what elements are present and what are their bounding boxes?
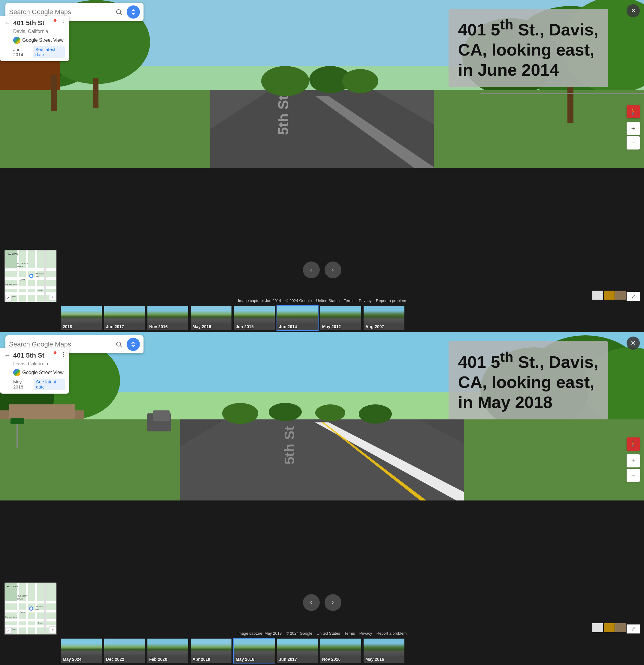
timeline-thumb[interactable]: May 2024	[60, 638, 102, 664]
timeline-thumb-label: Nov 2016	[322, 657, 340, 662]
timeline-thumb[interactable]: Dec 2022	[103, 638, 146, 664]
zoom-out-button-2[interactable]: −	[627, 469, 640, 482]
address-title: 401 5th St	[13, 19, 44, 27]
date-text: Jun 2014	[13, 47, 30, 57]
timeline-thumb[interactable]: May 2016	[363, 638, 405, 664]
search-input-2[interactable]	[9, 340, 113, 348]
location-pin-icon[interactable]: 📍	[52, 19, 58, 25]
timeline-thumb[interactable]: May 2016	[190, 305, 232, 331]
svg-text:Farmers Market: Farmers Market	[5, 283, 18, 285]
timeline-thumb[interactable]: Jun 2015	[233, 305, 275, 331]
zoom-out-button[interactable]: −	[627, 136, 640, 150]
footer-report-1[interactable]: Report a problem	[376, 299, 406, 303]
timeline-thumb[interactable]: May 2012	[320, 305, 362, 331]
view-mode-terrain[interactable]	[615, 291, 626, 300]
directions-button[interactable]	[127, 5, 140, 19]
pegman-button[interactable]: 🚶	[627, 105, 640, 118]
footer-report-2[interactable]: Report a problem	[377, 631, 406, 635]
address-title-2: 401 5th St	[13, 352, 44, 359]
image-capture-text: Image capture: Jun 2014 © 2024 Google Un…	[238, 299, 406, 303]
timeline-thumb[interactable]: May 2018	[233, 638, 275, 664]
svg-rect-30	[5, 286, 57, 289]
timeline-thumb[interactable]: Aug 2007	[363, 305, 405, 331]
timeline-thumb-label: Feb 2020	[149, 657, 167, 662]
search-icon-button-2[interactable]	[113, 339, 124, 350]
timeline-thumb[interactable]: Apr 2019	[190, 638, 232, 664]
mini-map-2[interactable]: TRAL DAVIS OLD NORTH DAVIS OLD EAST Davi…	[4, 583, 57, 635]
view-mode-satellite-2[interactable]	[604, 623, 614, 632]
view-mode-terrain-2[interactable]	[615, 623, 626, 632]
info-panel-header: ← 401 5th St 📍 ⋮	[4, 19, 65, 27]
more-options-icon-2[interactable]: ⋮	[61, 351, 66, 358]
svg-rect-86	[5, 619, 57, 622]
nav-next-button[interactable]: ›	[325, 262, 341, 278]
see-latest-link-2[interactable]: See latest date	[34, 379, 65, 390]
search-input[interactable]	[9, 8, 113, 16]
view-mode-buttons-2: ⤢	[592, 623, 640, 633]
zoom-in-button-2[interactable]: +	[627, 454, 640, 468]
timeline-thumb[interactable]: Jun 2017	[277, 638, 319, 664]
close-button[interactable]: ✕	[627, 4, 640, 17]
view-mode-satellite[interactable]	[604, 291, 614, 300]
more-options-icon[interactable]: ⋮	[61, 19, 66, 25]
svg-text:Davis: Davis	[20, 279, 25, 281]
timeline-thumb[interactable]: Feb 2020	[147, 638, 189, 664]
svg-rect-16	[51, 75, 57, 111]
view-mode-default[interactable]	[592, 291, 603, 300]
location-pin-icon-2[interactable]: 📍	[52, 351, 58, 358]
search-icon-button[interactable]	[113, 6, 124, 17]
back-button-2[interactable]: ←	[4, 352, 11, 359]
svg-text:+: +	[51, 627, 54, 632]
expand-button-2[interactable]: ⤢	[627, 625, 640, 633]
svg-line-26	[120, 14, 122, 15]
see-latest-link[interactable]: See latest date	[33, 46, 65, 58]
svg-rect-17	[93, 78, 98, 108]
street-view-text-2: Google Street View	[22, 370, 64, 375]
timeline-thumb[interactable]: 2018	[60, 305, 102, 331]
date-row-2: May 2018 See latest date	[13, 379, 65, 390]
mini-map[interactable]: TRAL DAVIS OLD NORTH DAVIS OLD EAST Davi…	[4, 250, 57, 302]
svg-rect-84	[5, 601, 57, 604]
timeline-thumb[interactable]: Jun 2014	[277, 305, 319, 331]
nav-prev-button-2[interactable]: ‹	[303, 594, 320, 611]
footer-privacy-2[interactable]: Privacy	[359, 631, 372, 635]
address-subtitle-2: Davis, California	[13, 361, 65, 366]
svg-text:5th St: 5th St	[275, 95, 291, 135]
footer-us-1[interactable]: United States	[316, 299, 340, 303]
svg-text:TRAL DAVIS: TRAL DAVIS	[5, 586, 18, 588]
svg-text:Davis: Davis	[20, 611, 25, 613]
timeline-thumb[interactable]: Nov 2016	[320, 638, 362, 664]
timeline-thumb-label: Nov 2016	[149, 324, 168, 329]
timeline-thumb[interactable]: Jun 2017	[103, 305, 146, 331]
street-view-overlay-2: 401 5th St., Davis,CA, looking east,in M…	[449, 341, 608, 419]
svg-point-81	[116, 342, 121, 346]
timeline-thumb-label: Jun 2017	[279, 657, 297, 662]
nav-next-button-2[interactable]: ›	[325, 594, 341, 611]
svg-point-47	[30, 275, 33, 277]
info-panel-header-2: ← 401 5th St 📍 ⋮	[4, 352, 65, 359]
svg-rect-88	[17, 583, 19, 635]
expand-button[interactable]: ⤢	[627, 292, 640, 301]
timeline-thumb-label: Apr 2019	[192, 657, 210, 662]
search-icon-2	[115, 341, 122, 348]
close-button-2[interactable]: ✕	[627, 337, 640, 350]
footer-us-2[interactable]: United States	[317, 631, 340, 635]
back-button[interactable]: ←	[4, 19, 11, 27]
footer-terms-1[interactable]: Terms	[344, 299, 354, 303]
info-panel-2: ← 401 5th St 📍 ⋮ Davis, California Googl…	[0, 348, 69, 394]
nav-prev-button[interactable]: ‹	[303, 262, 320, 278]
view-mode-default-2[interactable]	[592, 623, 603, 632]
timeline-thumb-label: Jun 2017	[106, 324, 124, 329]
footer-terms-2[interactable]: Terms	[344, 631, 355, 635]
svg-point-74	[269, 403, 302, 421]
timeline-thumb[interactable]: Nov 2016	[147, 305, 189, 331]
svg-rect-87	[5, 625, 57, 627]
svg-text:Grocery: Grocery	[38, 622, 43, 624]
directions-button-2[interactable]	[127, 338, 140, 351]
pegman-button-2[interactable]: 🚶	[627, 437, 640, 451]
footer-privacy-1[interactable]: Privacy	[359, 299, 372, 303]
map-controls-2: 🚶 + −	[627, 437, 640, 482]
zoom-in-button[interactable]: +	[627, 122, 640, 135]
svg-point-21	[342, 69, 378, 93]
street-view-label: Google Street View	[13, 37, 65, 44]
